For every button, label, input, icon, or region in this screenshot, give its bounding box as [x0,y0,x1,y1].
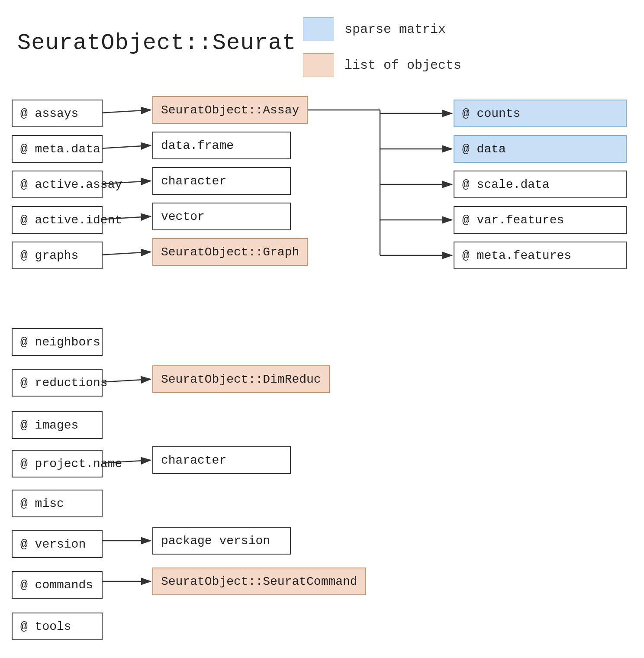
right-node-var.features: @ var.features [454,206,627,234]
legend-list: list of objects [303,53,461,77]
page-title: SeuratObject::Seurat [17,30,296,56]
mid-node-pkg-version: package version [152,527,291,555]
left-node-version: @ version [12,530,103,558]
legend-sparse-box [303,17,334,41]
mid-node-data.frame: data.frame [152,132,291,159]
left-node-misc: @ misc [12,490,103,517]
left-node-images: @ images [12,411,103,439]
left-node-graphs: @ graphs [12,242,103,269]
right-node-counts: @ counts [454,100,627,127]
left-node-neighbors: @ neighbors [12,328,103,356]
right-node-scale.data: @ scale.data [454,171,627,198]
legend-list-box [303,53,334,77]
mid-node-character1: character [152,167,291,195]
mid-node-graph-class: SeuratObject::Graph [152,238,308,266]
mid-node-character2: character [152,446,291,474]
mid-node-assay-class: SeuratObject::Assay [152,96,308,124]
left-node-active.ident: @ active.ident [12,206,103,234]
legend: sparse matrix list of objects [303,17,461,77]
left-node-assays: @ assays [12,100,103,127]
mid-node-vector: vector [152,203,291,230]
left-node-commands: @ commands [12,571,103,599]
mid-node-dimreduc-class: SeuratObject::DimReduc [152,365,330,393]
mid-node-seuratcmd-class: SeuratObject::SeuratCommand [152,568,366,595]
left-node-reductions: @ reductions [12,369,103,397]
right-node-meta.features: @ meta.features [454,242,627,269]
right-node-data: @ data [454,135,627,163]
left-node-tools: @ tools [12,613,103,640]
legend-sparse: sparse matrix [303,17,461,41]
left-node-active.assay: @ active.assay [12,171,103,198]
legend-sparse-label: sparse matrix [345,22,446,37]
left-node-project.name: @ project.name [12,450,103,477]
left-node-meta.data: @ meta.data [12,135,103,163]
legend-list-label: list of objects [345,58,461,73]
